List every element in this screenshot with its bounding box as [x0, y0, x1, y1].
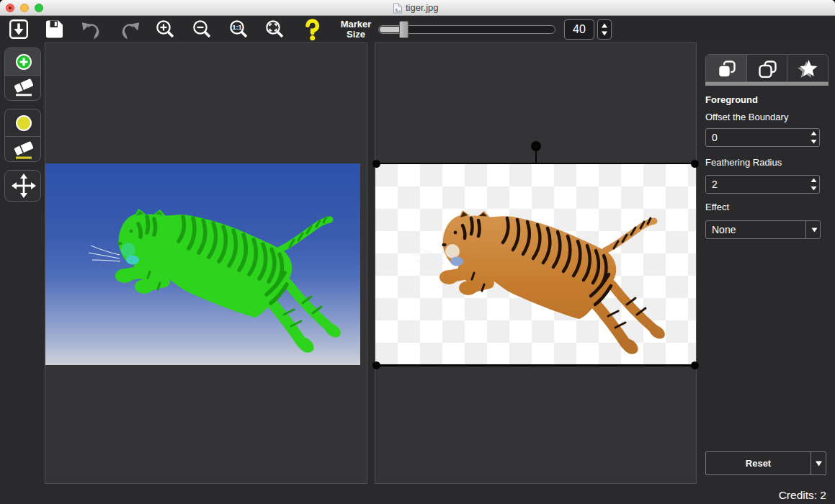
svg-text:1:1: 1:1	[232, 23, 242, 31]
